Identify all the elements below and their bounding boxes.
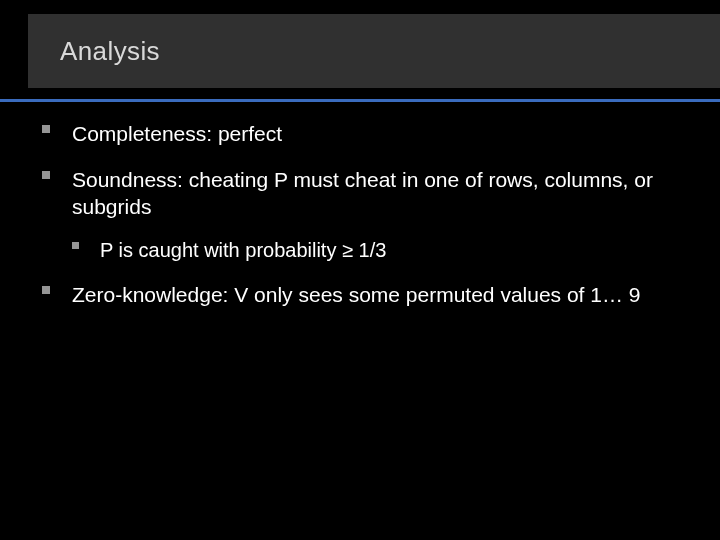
sub-bullet-text: P is caught with probability ≥ 1/3: [100, 239, 386, 261]
title-band: Analysis: [28, 14, 720, 88]
bullet-text: Completeness: perfect: [72, 122, 282, 145]
slide: Analysis Completeness: perfect Soundness…: [0, 0, 720, 540]
slide-content: Completeness: perfect Soundness: cheatin…: [42, 120, 680, 327]
bullet-item: Soundness: cheating P must cheat in one …: [42, 166, 680, 263]
sub-bullet-list: P is caught with probability ≥ 1/3: [72, 237, 680, 263]
accent-line: [0, 99, 720, 102]
bullet-text: Soundness: cheating P must cheat in one …: [72, 168, 653, 219]
bullet-list: Completeness: perfect Soundness: cheatin…: [42, 120, 680, 309]
bullet-item: Completeness: perfect: [42, 120, 680, 148]
bullet-item: Zero-knowledge: V only sees some permute…: [42, 281, 680, 309]
slide-title: Analysis: [60, 36, 160, 67]
bullet-text: Zero-knowledge: V only sees some permute…: [72, 283, 640, 306]
sub-bullet-item: P is caught with probability ≥ 1/3: [72, 237, 680, 263]
